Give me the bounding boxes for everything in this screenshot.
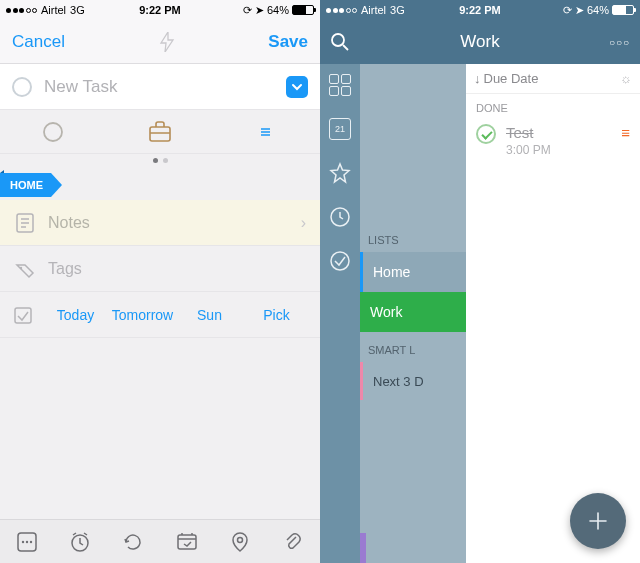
sort-arrow-icon: ↓ bbox=[474, 71, 481, 86]
save-button[interactable]: Save bbox=[268, 32, 308, 52]
list-item-work[interactable]: Work bbox=[360, 292, 466, 332]
attachment-icon[interactable] bbox=[282, 531, 304, 553]
smart-section-label: SMART L bbox=[360, 332, 466, 362]
lists-section-label: LISTS bbox=[360, 224, 466, 252]
svg-rect-4 bbox=[15, 308, 31, 323]
pager-dots bbox=[0, 154, 320, 166]
location-pin-icon[interactable] bbox=[229, 531, 251, 553]
date-today[interactable]: Today bbox=[42, 307, 109, 323]
new-task-row[interactable]: New Task bbox=[0, 64, 320, 110]
rail-calendar-icon[interactable]: 21 bbox=[329, 118, 351, 140]
new-task-screen: Airtel 3G 9:22 PM ⟳ ➤ 64% Cancel Save Ne… bbox=[0, 0, 320, 563]
task-time: 3:00 PM bbox=[506, 143, 551, 157]
sort-label: Due Date bbox=[484, 71, 539, 86]
date-tomorrow[interactable]: Tomorrow bbox=[109, 307, 176, 323]
done-section-label: DONE bbox=[466, 94, 640, 118]
bottom-toolbar bbox=[0, 519, 320, 563]
battery-icon bbox=[612, 5, 634, 15]
add-task-fab[interactable] bbox=[570, 493, 626, 549]
notes-icon bbox=[14, 213, 36, 233]
list-tag-row[interactable]: HOME bbox=[0, 170, 320, 200]
drawer-strip bbox=[360, 533, 366, 563]
home-tag[interactable]: HOME bbox=[0, 173, 51, 197]
action-icon[interactable] bbox=[176, 531, 198, 553]
task-title: Test bbox=[506, 124, 551, 141]
task-type-segment bbox=[0, 110, 320, 154]
rail-clock-icon[interactable] bbox=[329, 206, 351, 228]
alarm-icon[interactable] bbox=[69, 531, 91, 553]
bolt-icon[interactable] bbox=[159, 32, 175, 52]
edit-header: Cancel Save bbox=[0, 20, 320, 64]
repeat-icon[interactable] bbox=[122, 531, 144, 553]
more-button[interactable]: ○○○ bbox=[609, 37, 630, 48]
svg-point-6 bbox=[21, 540, 23, 542]
task-flag-icon[interactable]: ≡ bbox=[621, 124, 630, 141]
notes-row[interactable]: Notes › bbox=[0, 200, 320, 246]
svg-point-14 bbox=[331, 252, 349, 270]
brightness-icon[interactable]: ☼ bbox=[620, 71, 632, 86]
nav-rail: 21 bbox=[320, 64, 360, 563]
task-row[interactable]: Test 3:00 PM ≡ bbox=[466, 118, 640, 163]
svg-point-12 bbox=[332, 34, 344, 46]
svg-point-0 bbox=[44, 123, 62, 141]
tags-row[interactable]: Tags bbox=[0, 246, 320, 292]
cancel-button[interactable]: Cancel bbox=[12, 32, 65, 52]
list-header: Work ○○○ bbox=[320, 20, 640, 64]
due-date-row: Today Tomorrow Sun Pick bbox=[0, 292, 320, 338]
svg-point-3 bbox=[20, 266, 22, 268]
sort-bar[interactable]: ↓ Due Date ☼ bbox=[466, 64, 640, 94]
segment-briefcase[interactable] bbox=[112, 121, 208, 143]
notes-label: Notes bbox=[48, 214, 90, 232]
list-title: Work bbox=[320, 32, 640, 52]
task-checkbox-icon[interactable] bbox=[12, 77, 32, 97]
status-time: 9:22 PM bbox=[0, 4, 320, 16]
svg-rect-1 bbox=[150, 127, 170, 141]
date-pick[interactable]: Pick bbox=[243, 307, 310, 323]
chevron-right-icon: › bbox=[301, 214, 306, 232]
battery-icon bbox=[292, 5, 314, 15]
more-icon[interactable] bbox=[16, 531, 38, 553]
svg-point-8 bbox=[29, 540, 31, 542]
task-list: ↓ Due Date ☼ DONE Test 3:00 PM ≡ bbox=[466, 64, 640, 563]
status-bar: Airtel 3G 9:22 PM ⟳ ➤ 64% bbox=[320, 0, 640, 20]
task-check-icon[interactable] bbox=[476, 124, 496, 144]
lists-drawer: LISTS Home Work SMART L Next 3 D bbox=[360, 64, 466, 563]
list-item-home[interactable]: Home bbox=[360, 252, 466, 292]
svg-point-11 bbox=[237, 537, 242, 542]
tags-label: Tags bbox=[48, 260, 82, 278]
work-list-screen: Airtel 3G 9:22 PM ⟳ ➤ 64% Work ○○○ 21 LI… bbox=[320, 0, 640, 563]
status-time: 9:22 PM bbox=[320, 4, 640, 16]
search-button[interactable] bbox=[330, 32, 350, 52]
tag-icon bbox=[14, 259, 36, 279]
segment-circle[interactable] bbox=[5, 121, 101, 143]
new-task-input[interactable]: New Task bbox=[44, 77, 286, 97]
status-bar: Airtel 3G 9:22 PM ⟳ ➤ 64% bbox=[0, 0, 320, 20]
due-icon bbox=[14, 306, 36, 324]
smart-item-next[interactable]: Next 3 D bbox=[360, 362, 466, 400]
svg-point-7 bbox=[25, 540, 27, 542]
rail-grid-icon[interactable] bbox=[329, 74, 351, 96]
date-sun[interactable]: Sun bbox=[176, 307, 243, 323]
rail-check-icon[interactable] bbox=[329, 250, 351, 272]
task-dropdown-button[interactable] bbox=[286, 76, 308, 98]
rail-star-icon[interactable] bbox=[329, 162, 351, 184]
segment-checklist[interactable] bbox=[219, 126, 315, 138]
